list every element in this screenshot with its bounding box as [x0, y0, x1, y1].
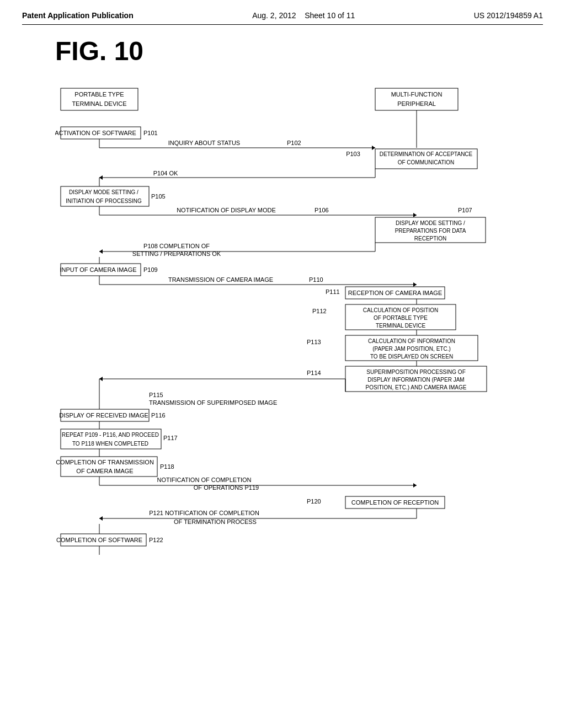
svg-text:P115: P115 [149, 392, 163, 398]
svg-marker-102 [99, 516, 103, 521]
header-right: US 2012/194859 A1 [474, 11, 543, 20]
svg-text:P103: P103 [346, 151, 360, 157]
svg-text:OF COMMUNICATION: OF COMMUNICATION [398, 159, 455, 165]
svg-text:TO BE DISPLAYED ON SCREEN: TO BE DISPLAYED ON SCREEN [370, 354, 453, 360]
svg-text:P110: P110 [309, 276, 323, 283]
svg-text:PERIPHERAL: PERIPHERAL [397, 100, 436, 107]
svg-text:P113: P113 [307, 339, 321, 345]
svg-text:RECEPTION OF CAMERA IMAGE: RECEPTION OF CAMERA IMAGE [348, 290, 443, 296]
svg-text:P107: P107 [458, 207, 472, 213]
svg-marker-74 [99, 377, 103, 381]
fig-title: FIG. 10 [55, 36, 543, 66]
svg-text:OF CAMERA IMAGE: OF CAMERA IMAGE [76, 468, 133, 474]
svg-text:P111: P111 [326, 288, 340, 295]
svg-marker-21 [99, 175, 103, 180]
header-center: Aug. 2, 2012 Sheet 10 of 11 [252, 11, 355, 20]
svg-text:REPEAT P109 - P116, AND PROCEE: REPEAT P109 - P116, AND PROCEED [62, 432, 159, 438]
svg-text:SETTING / PREPARATIONS OK: SETTING / PREPARATIONS OK [132, 250, 221, 257]
svg-text:NOTIFICATION OF COMPLETION: NOTIFICATION OF COMPLETION [157, 477, 252, 483]
svg-text:P120: P120 [307, 498, 321, 505]
page: Patent Application Publication Aug. 2, 2… [0, 0, 565, 728]
svg-text:INQUIRY ABOUT STATUS: INQUIRY ABOUT STATUS [168, 140, 240, 146]
svg-text:P114: P114 [307, 370, 321, 376]
svg-text:P102: P102 [287, 140, 301, 146]
svg-text:DISPLAY INFORMATION (PAPER JAM: DISPLAY INFORMATION (PAPER JAM [367, 377, 464, 383]
svg-text:DISPLAY OF RECEIVED IMAGE: DISPLAY OF RECEIVED IMAGE [59, 412, 148, 419]
svg-text:TERMINAL  DEVICE: TERMINAL DEVICE [376, 323, 426, 329]
svg-text:RECEPTION: RECEPTION [414, 235, 446, 242]
svg-text:SUPERIMPOSITION PROCESSING OF: SUPERIMPOSITION PROCESSING OF [366, 369, 465, 375]
header-left: Patent Application Publication [22, 11, 134, 20]
svg-text:P121  NOTIFICATION OF COMPLETI: P121 NOTIFICATION OF COMPLETION [149, 510, 259, 516]
svg-text:OF PORTABLE TYPE: OF PORTABLE TYPE [374, 315, 428, 321]
svg-text:P101: P101 [143, 130, 158, 136]
svg-text:OF TERMINATION PROCESS: OF TERMINATION PROCESS [174, 518, 257, 525]
svg-text:P104  OK: P104 OK [153, 170, 178, 176]
svg-marker-40 [99, 249, 103, 254]
svg-text:P112: P112 [312, 308, 327, 314]
svg-text:P117: P117 [163, 435, 178, 441]
svg-text:P122: P122 [149, 537, 163, 543]
publication-label: Patent Application Publication [22, 11, 134, 20]
diagram: PORTABLE TYPE TERMINAL DEVICE MULTI-FUNC… [55, 83, 541, 678]
svg-text:POSITION, ETC.) AND CAMERA IMA: POSITION, ETC.) AND CAMERA IMAGE [366, 384, 467, 390]
svg-text:ACTIVATION OF SOFTWARE: ACTIVATION OF SOFTWARE [55, 130, 136, 136]
header: Patent Application Publication Aug. 2, 2… [22, 11, 543, 25]
svg-text:TERMINAL DEVICE: TERMINAL DEVICE [72, 100, 126, 107]
svg-text:TO P118 WHEN COMPLETED: TO P118 WHEN COMPLETED [72, 441, 148, 447]
svg-text:P116: P116 [151, 412, 166, 419]
svg-marker-49 [413, 282, 417, 287]
svg-text:TRANSMISSION OF SUPERIMPOSED I: TRANSMISSION OF SUPERIMPOSED IMAGE [149, 399, 277, 406]
diagram-svg: PORTABLE TYPE TERMINAL DEVICE MULTI-FUNC… [55, 83, 541, 678]
svg-text:TRANSMISSION OF CAMERA IMAGE: TRANSMISSION OF CAMERA IMAGE [168, 276, 273, 283]
date-label: Aug. 2, 2012 [252, 11, 296, 20]
svg-text:PREPARATIONS FOR DATA: PREPARATIONS FOR DATA [395, 228, 466, 234]
svg-text:P118: P118 [160, 463, 174, 470]
svg-marker-94 [413, 483, 417, 488]
svg-text:DISPLAY MODE SETTING /: DISPLAY MODE SETTING / [69, 189, 138, 195]
svg-text:(PAPER JAM POSITION, ETC.): (PAPER JAM POSITION, ETC.) [372, 346, 451, 352]
svg-text:CALCULATION OF POSITION: CALCULATION OF POSITION [363, 307, 439, 313]
svg-text:OF OPERATIONS  P119: OF OPERATIONS P119 [194, 484, 259, 491]
svg-marker-30 [413, 213, 417, 217]
svg-text:COMPLETION OF RECEPTION: COMPLETION OF RECEPTION [351, 499, 439, 506]
svg-text:DISPLAY MODE SETTING /: DISPLAY MODE SETTING / [396, 220, 465, 226]
svg-text:P106: P106 [315, 207, 329, 213]
svg-text:COMPLETION OF SOFTWARE: COMPLETION OF SOFTWARE [56, 537, 142, 543]
sheet-label: Sheet 10 of 11 [305, 11, 355, 20]
svg-text:CALCULATION OF INFORMATION: CALCULATION OF INFORMATION [368, 338, 455, 344]
svg-text:MULTI-FUNCTION: MULTI-FUNCTION [391, 91, 443, 98]
svg-text:INITIATION OF PROCESSING: INITIATION OF PROCESSING [66, 198, 142, 204]
svg-text:NOTIFICATION OF DISPLAY MODE: NOTIFICATION OF DISPLAY MODE [177, 207, 276, 213]
svg-text:INPUT OF CAMERA IMAGE: INPUT OF CAMERA IMAGE [60, 266, 136, 273]
svg-text:COMPLETION OF TRANSMISSION: COMPLETION OF TRANSMISSION [56, 459, 154, 465]
svg-text:P105: P105 [151, 193, 166, 200]
svg-text:DETERMINATION OF ACCEPTANCE: DETERMINATION OF ACCEPTANCE [380, 151, 473, 157]
svg-marker-11 [372, 146, 375, 150]
svg-text:PORTABLE TYPE: PORTABLE TYPE [74, 91, 124, 98]
svg-text:P109: P109 [143, 266, 158, 273]
svg-text:P108  COMPLETION OF: P108 COMPLETION OF [143, 243, 210, 249]
